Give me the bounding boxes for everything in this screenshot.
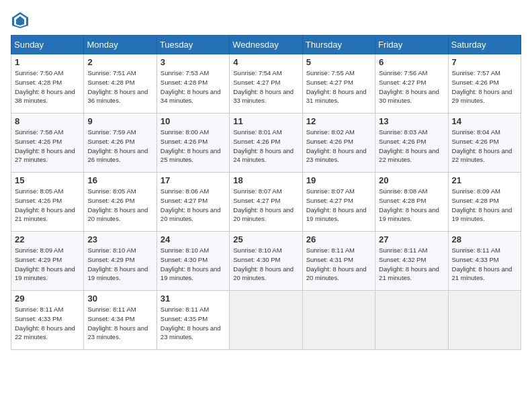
day-number: 27 — [379, 234, 444, 244]
day-number: 17 — [161, 175, 226, 185]
day-detail: Sunrise: 8:11 AM Sunset: 4:32 PM Dayligh… — [379, 246, 444, 283]
day-detail: Sunrise: 7:58 AM Sunset: 4:26 PM Dayligh… — [15, 128, 80, 165]
calendar-day: 19Sunrise: 8:07 AM Sunset: 4:27 PM Dayli… — [302, 173, 375, 232]
logo-icon — [11, 11, 30, 30]
day-detail: Sunrise: 8:01 AM Sunset: 4:26 PM Dayligh… — [233, 128, 298, 165]
calendar-day: 25Sunrise: 8:10 AM Sunset: 4:30 PM Dayli… — [230, 232, 302, 291]
calendar-day: 7Sunrise: 7:57 AM Sunset: 4:26 PM Daylig… — [448, 54, 521, 113]
empty-cell — [375, 291, 448, 350]
calendar-day: 29Sunrise: 8:11 AM Sunset: 4:33 PM Dayli… — [11, 291, 84, 350]
day-number: 13 — [379, 116, 444, 126]
weekday-header: Wednesday — [230, 36, 302, 54]
weekday-header: Thursday — [302, 36, 375, 54]
day-detail: Sunrise: 8:09 AM Sunset: 4:29 PM Dayligh… — [15, 246, 80, 283]
day-detail: Sunrise: 8:11 AM Sunset: 4:34 PM Dayligh… — [87, 305, 152, 342]
calendar-day: 23Sunrise: 8:10 AM Sunset: 4:29 PM Dayli… — [84, 232, 157, 291]
day-number: 20 — [379, 175, 444, 185]
day-number: 22 — [15, 234, 80, 244]
day-detail: Sunrise: 7:56 AM Sunset: 4:27 PM Dayligh… — [379, 68, 444, 105]
calendar-day: 14Sunrise: 8:04 AM Sunset: 4:26 PM Dayli… — [448, 113, 521, 173]
day-number: 30 — [87, 293, 152, 304]
day-number: 23 — [87, 234, 152, 244]
day-detail: Sunrise: 7:53 AM Sunset: 4:28 PM Dayligh… — [161, 68, 226, 105]
calendar-day: 2Sunrise: 7:51 AM Sunset: 4:28 PM Daylig… — [84, 54, 157, 113]
calendar-day: 12Sunrise: 8:02 AM Sunset: 4:26 PM Dayli… — [302, 113, 375, 173]
day-detail: Sunrise: 8:11 AM Sunset: 4:35 PM Dayligh… — [161, 305, 226, 342]
day-number: 1 — [15, 57, 80, 67]
calendar-day: 18Sunrise: 8:07 AM Sunset: 4:27 PM Dayli… — [230, 173, 302, 232]
day-detail: Sunrise: 7:57 AM Sunset: 4:26 PM Dayligh… — [452, 68, 517, 105]
day-number: 9 — [87, 116, 152, 126]
day-number: 6 — [379, 57, 444, 67]
calendar-day: 17Sunrise: 8:06 AM Sunset: 4:27 PM Dayli… — [157, 173, 229, 232]
day-number: 26 — [306, 234, 371, 244]
day-number: 16 — [87, 175, 152, 185]
calendar-day: 22Sunrise: 8:09 AM Sunset: 4:29 PM Dayli… — [11, 232, 84, 291]
day-number: 12 — [306, 116, 371, 126]
empty-cell — [230, 291, 302, 350]
day-number: 29 — [15, 293, 80, 304]
day-number: 3 — [161, 57, 226, 67]
day-number: 18 — [233, 175, 298, 185]
calendar-day: 3Sunrise: 7:53 AM Sunset: 4:28 PM Daylig… — [157, 54, 229, 113]
logo — [11, 11, 32, 30]
day-detail: Sunrise: 8:00 AM Sunset: 4:26 PM Dayligh… — [161, 128, 226, 165]
day-number: 7 — [452, 57, 517, 67]
calendar-day: 13Sunrise: 8:03 AM Sunset: 4:26 PM Dayli… — [375, 113, 448, 173]
day-detail: Sunrise: 7:55 AM Sunset: 4:27 PM Dayligh… — [306, 68, 371, 105]
day-detail: Sunrise: 8:05 AM Sunset: 4:26 PM Dayligh… — [15, 187, 80, 224]
day-detail: Sunrise: 8:10 AM Sunset: 4:30 PM Dayligh… — [233, 246, 298, 283]
day-detail: Sunrise: 8:11 AM Sunset: 4:31 PM Dayligh… — [306, 246, 371, 283]
calendar-day: 21Sunrise: 8:09 AM Sunset: 4:28 PM Dayli… — [448, 173, 521, 232]
weekday-header: Saturday — [448, 36, 521, 54]
calendar-day: 1Sunrise: 7:50 AM Sunset: 4:28 PM Daylig… — [11, 54, 84, 113]
day-detail: Sunrise: 7:50 AM Sunset: 4:28 PM Dayligh… — [15, 68, 80, 105]
day-number: 14 — [452, 116, 517, 126]
weekday-header: Friday — [375, 36, 448, 54]
day-number: 15 — [15, 175, 80, 185]
calendar-day: 28Sunrise: 8:11 AM Sunset: 4:33 PM Dayli… — [448, 232, 521, 291]
day-detail: Sunrise: 8:07 AM Sunset: 4:27 PM Dayligh… — [233, 187, 298, 224]
day-number: 2 — [87, 57, 152, 67]
day-number: 25 — [233, 234, 298, 244]
day-detail: Sunrise: 8:09 AM Sunset: 4:28 PM Dayligh… — [452, 187, 517, 224]
calendar-day: 30Sunrise: 8:11 AM Sunset: 4:34 PM Dayli… — [84, 291, 157, 350]
calendar-day: 24Sunrise: 8:10 AM Sunset: 4:30 PM Dayli… — [157, 232, 229, 291]
calendar-table: SundayMondayTuesdayWednesdayThursdayFrid… — [11, 35, 521, 350]
calendar-day: 8Sunrise: 7:58 AM Sunset: 4:26 PM Daylig… — [11, 113, 84, 173]
weekday-header: Sunday — [11, 36, 84, 54]
empty-cell — [448, 291, 521, 350]
day-number: 31 — [161, 293, 226, 304]
weekday-header: Monday — [84, 36, 157, 54]
weekday-header: Tuesday — [157, 36, 229, 54]
calendar-day: 15Sunrise: 8:05 AM Sunset: 4:26 PM Dayli… — [11, 173, 84, 232]
calendar-day: 26Sunrise: 8:11 AM Sunset: 4:31 PM Dayli… — [302, 232, 375, 291]
calendar-day: 11Sunrise: 8:01 AM Sunset: 4:26 PM Dayli… — [230, 113, 302, 173]
day-number: 19 — [306, 175, 371, 185]
day-detail: Sunrise: 8:10 AM Sunset: 4:30 PM Dayligh… — [161, 246, 226, 283]
day-number: 21 — [452, 175, 517, 185]
day-detail: Sunrise: 8:08 AM Sunset: 4:28 PM Dayligh… — [379, 187, 444, 224]
calendar-day: 10Sunrise: 8:00 AM Sunset: 4:26 PM Dayli… — [157, 113, 229, 173]
calendar-day: 20Sunrise: 8:08 AM Sunset: 4:28 PM Dayli… — [375, 173, 448, 232]
day-detail: Sunrise: 8:03 AM Sunset: 4:26 PM Dayligh… — [379, 128, 444, 165]
day-detail: Sunrise: 8:06 AM Sunset: 4:27 PM Dayligh… — [161, 187, 226, 224]
day-detail: Sunrise: 8:04 AM Sunset: 4:26 PM Dayligh… — [452, 128, 517, 165]
day-number: 8 — [15, 116, 80, 126]
calendar-day: 6Sunrise: 7:56 AM Sunset: 4:27 PM Daylig… — [375, 54, 448, 113]
day-detail: Sunrise: 8:11 AM Sunset: 4:33 PM Dayligh… — [452, 246, 517, 283]
day-detail: Sunrise: 8:10 AM Sunset: 4:29 PM Dayligh… — [87, 246, 152, 283]
empty-cell — [302, 291, 375, 350]
calendar-day: 31Sunrise: 8:11 AM Sunset: 4:35 PM Dayli… — [157, 291, 229, 350]
day-number: 5 — [306, 57, 371, 67]
day-number: 28 — [452, 234, 517, 244]
day-detail: Sunrise: 7:51 AM Sunset: 4:28 PM Dayligh… — [87, 68, 152, 105]
page-header — [11, 11, 521, 30]
day-number: 24 — [161, 234, 226, 244]
day-detail: Sunrise: 7:59 AM Sunset: 4:26 PM Dayligh… — [87, 128, 152, 165]
calendar-day: 5Sunrise: 7:55 AM Sunset: 4:27 PM Daylig… — [302, 54, 375, 113]
day-number: 10 — [161, 116, 226, 126]
day-detail: Sunrise: 8:11 AM Sunset: 4:33 PM Dayligh… — [15, 305, 80, 342]
calendar-day: 27Sunrise: 8:11 AM Sunset: 4:32 PM Dayli… — [375, 232, 448, 291]
calendar-day: 4Sunrise: 7:54 AM Sunset: 4:27 PM Daylig… — [230, 54, 302, 113]
